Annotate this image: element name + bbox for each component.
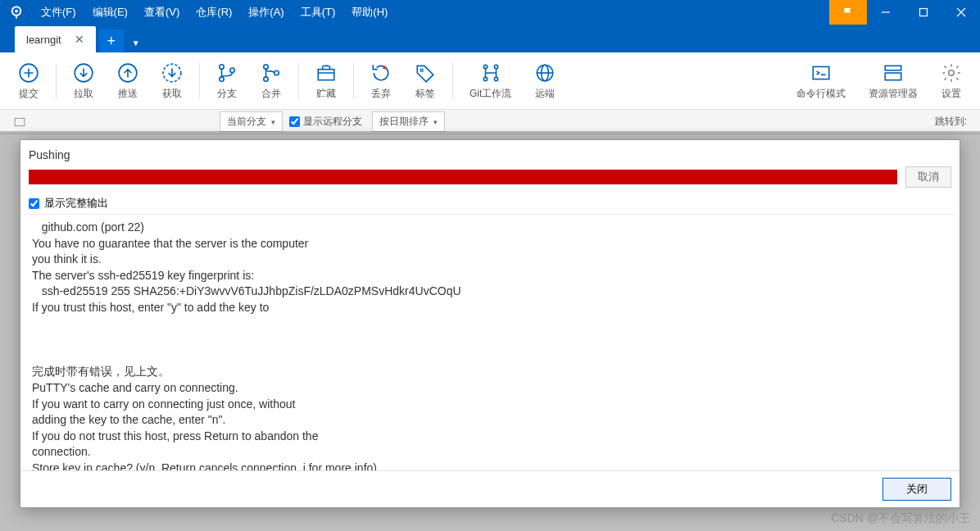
up-circle-icon — [117, 61, 138, 85]
plus-circle-icon — [18, 61, 39, 85]
gitflow-icon — [480, 61, 501, 85]
svg-rect-24 — [885, 73, 901, 80]
menu-edit[interactable]: 编辑(E) — [84, 0, 136, 25]
cancel-button[interactable]: 取消 — [905, 166, 951, 188]
show-full-output-checkbox[interactable]: 显示完整输出 — [20, 193, 960, 214]
app-logo-icon — [7, 2, 26, 22]
close-window-button[interactable] — [942, 0, 980, 25]
watermark: CSDN @不会写算法的小王 — [831, 511, 970, 526]
svg-rect-22 — [813, 66, 829, 79]
explorer-icon — [882, 61, 904, 85]
menu-repo[interactable]: 仓库(R) — [188, 0, 240, 25]
merge-button[interactable]: 合并 — [249, 57, 293, 104]
svg-point-25 — [949, 70, 955, 76]
tag-icon — [415, 61, 436, 85]
pull-button[interactable]: 拉取 — [61, 57, 106, 104]
show-remote-checkbox[interactable]: 显示远程分支 — [289, 115, 362, 129]
svg-point-10 — [264, 65, 268, 69]
gitflow-button[interactable]: Git工作流 — [458, 57, 523, 104]
close-button[interactable]: 关闭 — [882, 478, 951, 501]
settings-button[interactable]: 设置 — [929, 57, 973, 104]
remote-button[interactable]: 远端 — [523, 57, 567, 104]
menubar: 文件(F) 编辑(E) 查看(V) 仓库(R) 操作(A) 工具(T) 帮助(H… — [0, 0, 980, 25]
maximize-button[interactable] — [905, 0, 942, 25]
push-button[interactable]: 推送 — [106, 57, 150, 104]
svg-point-18 — [494, 65, 497, 68]
svg-point-16 — [483, 65, 487, 68]
goto-label: 跳转到: — [935, 115, 973, 129]
svg-point-12 — [274, 70, 279, 75]
stash-icon — [315, 61, 337, 85]
fetch-circle-icon — [161, 61, 183, 85]
fetch-button[interactable]: 获取 — [150, 57, 194, 104]
terminal-icon — [810, 61, 832, 85]
chevron-down-icon: ▾ — [271, 118, 275, 126]
svg-point-11 — [264, 77, 268, 81]
svg-point-9 — [230, 68, 234, 72]
tabbar: learngit ✕ + ▼ — [0, 25, 980, 52]
menu-tools[interactable]: 工具(T) — [293, 0, 344, 25]
down-circle-icon — [73, 61, 94, 85]
toolbar: 提交 拉取 推送 获取 分支 合并 贮藏 丢弃 标签 Git工作流 远 — [0, 52, 980, 110]
gear-icon — [941, 61, 962, 85]
tag-button[interactable]: 标签 — [403, 57, 447, 104]
svg-point-17 — [483, 77, 487, 80]
panel-icon — [13, 116, 26, 128]
tab-dropdown-icon[interactable]: ▼ — [125, 34, 147, 52]
explorer-button[interactable]: 资源管理器 — [857, 57, 929, 104]
svg-rect-26 — [15, 118, 25, 125]
svg-rect-13 — [318, 70, 334, 80]
branch-button[interactable]: 分支 — [205, 57, 249, 104]
minimize-button[interactable] — [867, 0, 905, 25]
tab-label: learngit — [26, 34, 61, 46]
sort-dropdown[interactable]: 按日期排序▾ — [372, 111, 445, 132]
discard-icon — [370, 61, 392, 85]
tab-learngit[interactable]: learngit ✕ — [15, 26, 96, 52]
stash-button[interactable]: 贮藏 — [304, 57, 348, 104]
tab-add-button[interactable]: + — [99, 30, 124, 52]
svg-point-8 — [220, 77, 224, 81]
svg-point-7 — [220, 65, 224, 69]
menu-help[interactable]: 帮助(H) — [343, 0, 396, 25]
commit-button[interactable]: 提交 — [7, 57, 51, 104]
menu-action[interactable]: 操作(A) — [240, 0, 292, 25]
svg-point-14 — [383, 66, 386, 69]
progress-bar — [29, 170, 897, 184]
svg-rect-23 — [885, 66, 901, 70]
svg-point-15 — [420, 69, 423, 71]
branch-dropdown[interactable]: 当前分支▾ — [220, 111, 283, 132]
svg-rect-2 — [920, 9, 928, 16]
chevron-down-icon: ▾ — [433, 118, 438, 126]
tab-close-icon[interactable]: ✕ — [70, 31, 89, 48]
merge-icon — [261, 61, 282, 85]
branch-icon — [216, 61, 238, 85]
svg-point-1 — [15, 10, 18, 13]
menu-view[interactable]: 查看(V) — [136, 0, 188, 25]
terminal-button[interactable]: 命令行模式 — [785, 57, 857, 104]
menu-file[interactable]: 文件(F) — [33, 0, 84, 25]
discard-button[interactable]: 丢弃 — [359, 57, 403, 104]
svg-point-19 — [494, 77, 497, 80]
push-dialog: Pushing 取消 显示完整输出 github.com (port 22) Y… — [20, 139, 960, 508]
dialog-title: Pushing — [20, 140, 960, 166]
output-pane[interactable]: github.com (port 22) You have no guarant… — [24, 214, 956, 470]
globe-icon — [534, 61, 556, 85]
flag-button[interactable] — [829, 0, 867, 25]
